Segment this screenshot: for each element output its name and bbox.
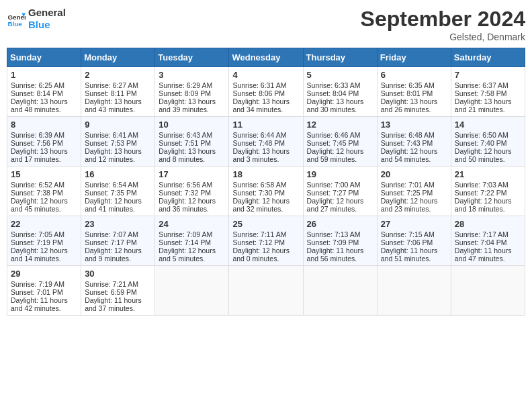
day-info-line: Daylight: 13 hours: [455, 97, 521, 105]
day-info-line: Sunset: 7:27 PM: [307, 189, 373, 197]
calendar-cell: 23Sunrise: 7:07 AMSunset: 7:17 PMDayligh…: [81, 216, 155, 266]
calendar-cell: 13Sunrise: 6:48 AMSunset: 7:43 PMDayligh…: [377, 117, 451, 167]
day-info-line: and 37 minutes.: [85, 304, 151, 312]
day-number: 1: [11, 70, 77, 80]
day-info-line: Sunset: 6:59 PM: [85, 288, 151, 296]
day-info-line: Sunset: 7:35 PM: [85, 189, 151, 197]
calendar-cell: 17Sunrise: 6:56 AMSunset: 7:32 PMDayligh…: [155, 167, 229, 216]
calendar-cell: 27Sunrise: 7:15 AMSunset: 7:06 PMDayligh…: [377, 216, 451, 266]
calendar-cell: 5Sunrise: 6:33 AMSunset: 8:04 PMDaylight…: [303, 67, 377, 117]
day-info-line: and 39 minutes.: [159, 105, 225, 113]
day-info-line: and 36 minutes.: [159, 205, 225, 213]
day-number: 12: [307, 120, 373, 130]
month-title: September 2024: [361, 7, 525, 32]
logo: General Blue GeneralBlue: [7, 7, 66, 31]
calendar-cell: [451, 266, 525, 316]
calendar-week-row: 15Sunrise: 6:52 AMSunset: 7:38 PMDayligh…: [7, 167, 525, 216]
calendar-cell: 7Sunrise: 6:37 AMSunset: 7:58 PMDaylight…: [451, 67, 525, 117]
day-info-line: Daylight: 13 hours: [85, 147, 151, 155]
day-info-line: Sunset: 7:01 PM: [11, 288, 77, 296]
day-number: 30: [85, 269, 151, 279]
day-number: 14: [455, 120, 521, 130]
calendar-cell: 22Sunrise: 7:05 AMSunset: 7:19 PMDayligh…: [7, 216, 81, 266]
calendar-cell: 26Sunrise: 7:13 AMSunset: 7:09 PMDayligh…: [303, 216, 377, 266]
day-info-line: Daylight: 13 hours: [159, 147, 225, 155]
day-info-line: Sunset: 7:51 PM: [159, 139, 225, 147]
day-number: 8: [11, 120, 77, 130]
day-info-line: Sunset: 8:06 PM: [232, 89, 299, 97]
day-info-line: Sunset: 7:48 PM: [232, 139, 299, 147]
day-info-line: Daylight: 13 hours: [232, 147, 299, 155]
day-info-line: and 30 minutes.: [307, 105, 373, 113]
day-info-line: Sunset: 7:04 PM: [455, 238, 521, 246]
day-number: 5: [307, 70, 373, 80]
day-info-line: Sunset: 7:14 PM: [159, 238, 225, 246]
day-info-line: and 9 minutes.: [85, 255, 151, 263]
day-info-line: Sunset: 7:25 PM: [381, 189, 447, 197]
day-info-line: and 43 minutes.: [85, 105, 151, 113]
calendar-week-row: 8Sunrise: 6:39 AMSunset: 7:56 PMDaylight…: [7, 117, 525, 167]
day-info-line: Sunrise: 7:21 AM: [85, 280, 151, 288]
calendar-cell: 11Sunrise: 6:44 AMSunset: 7:48 PMDayligh…: [229, 117, 303, 167]
day-info-line: Daylight: 11 hours: [85, 296, 151, 304]
weekday-header: Thursday: [303, 48, 377, 67]
day-info-line: Sunset: 7:22 PM: [455, 189, 521, 197]
day-info-line: Sunrise: 7:09 AM: [159, 230, 225, 238]
day-info-line: Daylight: 12 hours: [11, 246, 77, 255]
weekday-header: Tuesday: [155, 48, 229, 67]
day-number: 20: [381, 169, 447, 179]
calendar-cell: 9Sunrise: 6:41 AMSunset: 7:53 PMDaylight…: [81, 117, 155, 167]
day-info-line: Sunset: 7:06 PM: [381, 238, 447, 246]
day-info-line: and 23 minutes.: [381, 205, 447, 213]
calendar-week-row: 22Sunrise: 7:05 AMSunset: 7:19 PMDayligh…: [7, 216, 525, 266]
day-info-line: and 21 minutes.: [455, 105, 521, 113]
logo-icon: General Blue: [7, 9, 26, 28]
day-info-line: Sunrise: 7:11 AM: [232, 230, 299, 238]
calendar-cell: 12Sunrise: 6:46 AMSunset: 7:45 PMDayligh…: [303, 117, 377, 167]
day-info-line: Sunrise: 6:58 AM: [232, 181, 299, 189]
day-info-line: and 59 minutes.: [307, 155, 373, 163]
calendar-cell: 15Sunrise: 6:52 AMSunset: 7:38 PMDayligh…: [7, 167, 81, 216]
day-info-line: Daylight: 13 hours: [11, 97, 77, 105]
day-info-line: Daylight: 12 hours: [85, 197, 151, 205]
day-number: 13: [381, 120, 447, 130]
day-info-line: Daylight: 11 hours: [455, 246, 521, 255]
calendar-cell: [155, 266, 229, 316]
page-header: General Blue GeneralBlue September 2024 …: [7, 7, 525, 42]
day-info-line: Sunset: 7:40 PM: [455, 139, 521, 147]
day-info-line: Sunrise: 7:15 AM: [381, 230, 447, 238]
day-number: 29: [11, 269, 77, 279]
day-info-line: Sunrise: 7:19 AM: [11, 280, 77, 288]
calendar-cell: 24Sunrise: 7:09 AMSunset: 7:14 PMDayligh…: [155, 216, 229, 266]
day-info-line: and 12 minutes.: [85, 155, 151, 163]
day-info-line: Daylight: 13 hours: [307, 97, 373, 105]
day-info-line: and 17 minutes.: [11, 155, 77, 163]
calendar-cell: 4Sunrise: 6:31 AMSunset: 8:06 PMDaylight…: [229, 67, 303, 117]
day-number: 26: [307, 219, 373, 229]
day-info-line: Sunset: 7:38 PM: [11, 189, 77, 197]
day-info-line: and 0 minutes.: [232, 255, 299, 263]
calendar-cell: 18Sunrise: 6:58 AMSunset: 7:30 PMDayligh…: [229, 167, 303, 216]
day-info-line: Sunrise: 6:50 AM: [455, 131, 521, 139]
day-info-line: and 34 minutes.: [232, 105, 299, 113]
calendar-cell: [377, 266, 451, 316]
day-number: 21: [455, 169, 521, 179]
calendar-header-row: SundayMondayTuesdayWednesdayThursdayFrid…: [7, 48, 525, 67]
day-number: 16: [85, 169, 151, 179]
day-number: 2: [85, 70, 151, 80]
calendar-cell: 1Sunrise: 6:25 AMSunset: 8:14 PMDaylight…: [7, 67, 81, 117]
calendar-cell: 19Sunrise: 7:00 AMSunset: 7:27 PMDayligh…: [303, 167, 377, 216]
weekday-header: Sunday: [7, 48, 81, 67]
day-info-line: Daylight: 13 hours: [159, 97, 225, 105]
day-info-line: Sunset: 7:19 PM: [11, 238, 77, 246]
day-number: 24: [159, 219, 225, 229]
day-info-line: and 26 minutes.: [381, 105, 447, 113]
day-info-line: Daylight: 11 hours: [11, 296, 77, 304]
calendar-week-row: 29Sunrise: 7:19 AMSunset: 7:01 PMDayligh…: [7, 266, 525, 316]
day-number: 19: [307, 169, 373, 179]
calendar-cell: 3Sunrise: 6:29 AMSunset: 8:09 PMDaylight…: [155, 67, 229, 117]
day-number: 27: [381, 219, 447, 229]
day-info-line: Sunrise: 6:31 AM: [232, 81, 299, 89]
day-number: 3: [159, 70, 225, 80]
day-info-line: Sunset: 8:04 PM: [307, 89, 373, 97]
